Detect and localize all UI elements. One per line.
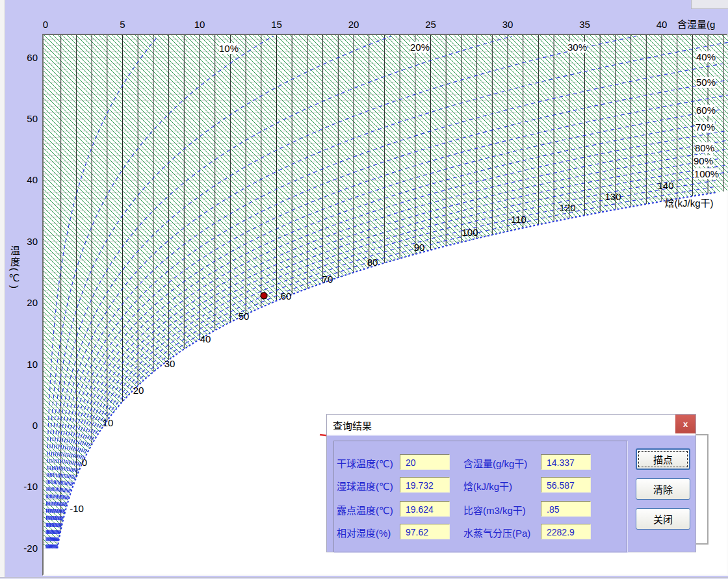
dew-point-temp-field[interactable]: [400, 501, 450, 517]
query-result-dialog: 查询结果 x 干球温度(℃) 湿球温度(℃) 露点温度(℃) 相对湿度(%) 含…: [327, 415, 696, 552]
enthalpy-label: 焓(kJ/kg干): [463, 479, 512, 493]
dialog-titlebar[interactable]: 查询结果 x: [327, 415, 696, 435]
wet-bulb-temp-label: 湿球温度(℃): [337, 479, 393, 493]
app-window: 10%20%30%40%50%60%70%80%90%100%-10010203…: [0, 0, 728, 579]
close-button[interactable]: 关闭: [636, 508, 690, 530]
close-icon[interactable]: x: [675, 415, 696, 433]
dry-bulb-temp-field[interactable]: [400, 454, 450, 470]
dry-bulb-temp-label: 干球温度(℃): [337, 456, 393, 470]
clear-button[interactable]: 清除: [636, 478, 690, 500]
dew-point-temp-label: 露点温度(℃): [337, 503, 393, 517]
screen-left-edge: [0, 0, 5, 579]
dialog-body: 干球温度(℃) 湿球温度(℃) 露点温度(℃) 相对湿度(%) 含湿量(g/kg…: [327, 435, 696, 552]
specific-volume-label: 比容(m3/kg干): [463, 503, 526, 517]
specific-volume-field[interactable]: [541, 501, 591, 517]
y-axis-title: 温度(℃): [8, 246, 21, 330]
moisture-content-label: 含湿量(g/kg干): [463, 456, 527, 470]
moisture-content-field[interactable]: [541, 454, 591, 470]
vapor-pressure-label: 水蒸气分压(Pa): [463, 526, 530, 539]
relative-humidity-field[interactable]: [400, 524, 450, 539]
enthalpy-field[interactable]: [541, 477, 591, 493]
window-top-right-corner: [691, 0, 728, 9]
relative-humidity-label: 相对湿度(%): [337, 526, 391, 539]
wet-bulb-temp-field[interactable]: [400, 477, 450, 493]
plot-point-button[interactable]: 描点: [636, 448, 690, 470]
vapor-pressure-field[interactable]: [541, 524, 591, 539]
dialog-title: 查询结果: [333, 418, 372, 432]
